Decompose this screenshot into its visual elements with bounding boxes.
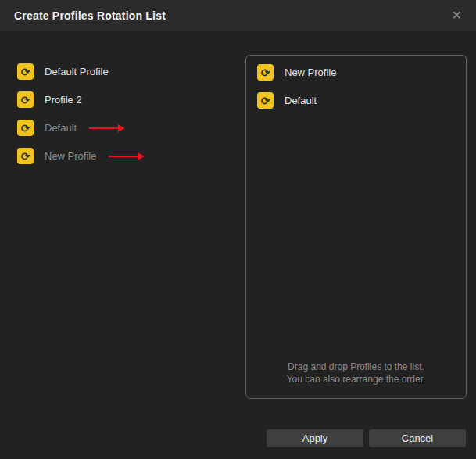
dialog-titlebar: Create Profiles Rotation List ✕ xyxy=(0,0,476,31)
rotation-item-default[interactable]: ⟳ Default xyxy=(257,92,456,109)
profile-item-label: Profile 2 xyxy=(45,94,82,106)
close-icon[interactable]: ✕ xyxy=(452,9,462,22)
dialog-title: Create Profiles Rotation List xyxy=(14,9,166,22)
profile-item-label: Default Profile xyxy=(45,66,109,77)
profile-item-profile-2[interactable]: ⟳ Profile 2 xyxy=(17,91,236,108)
drag-drop-hint: Drag and drop Profiles to the list. You … xyxy=(246,360,466,385)
profile-rotate-icon: ⟳ xyxy=(17,63,34,80)
rotation-item-label: New Profile xyxy=(285,66,336,78)
red-arrow-icon xyxy=(109,156,138,157)
available-profiles-list: ⟳ Default Profile ⟳ Profile 2 ⟳ Default … xyxy=(17,63,236,176)
rotation-item-label: Default xyxy=(285,95,317,106)
profile-item-label: New Profile xyxy=(45,150,96,162)
rotate-glyph: ⟳ xyxy=(261,67,270,78)
profile-rotate-icon: ⟳ xyxy=(17,120,34,136)
red-arrow-icon xyxy=(89,127,119,129)
rotate-glyph: ⟳ xyxy=(21,123,30,134)
rotate-glyph: ⟳ xyxy=(261,95,270,106)
hint-line-1: Drag and drop Profiles to the list. xyxy=(246,360,466,373)
profile-rotate-icon: ⟳ xyxy=(17,91,34,108)
rotation-list-panel[interactable]: ⟳ New Profile ⟳ Default Drag and drop Pr… xyxy=(245,55,467,399)
rotation-list-items: ⟳ New Profile ⟳ Default xyxy=(246,56,466,109)
profile-item-default[interactable]: ⟳ Default xyxy=(17,120,236,136)
hint-line-2: You can also rearrange the order. xyxy=(246,373,466,385)
rotation-item-new-profile[interactable]: ⟳ New Profile xyxy=(257,64,456,81)
profile-rotate-icon: ⟳ xyxy=(257,92,274,109)
profile-item-label: Default xyxy=(45,122,77,134)
cancel-button[interactable]: Cancel xyxy=(369,429,466,447)
create-profiles-rotation-dialog: Create Profiles Rotation List ✕ ⟳ Defaul… xyxy=(0,0,476,459)
dialog-body: ⟳ Default Profile ⟳ Profile 2 ⟳ Default … xyxy=(0,31,476,459)
apply-button[interactable]: Apply xyxy=(267,429,363,447)
profile-item-new-profile[interactable]: ⟳ New Profile xyxy=(17,148,236,164)
profile-rotate-icon: ⟳ xyxy=(257,64,274,81)
profile-rotate-icon: ⟳ xyxy=(17,148,34,164)
rotate-glyph: ⟳ xyxy=(21,95,30,106)
dialog-button-row: Apply Cancel xyxy=(267,429,466,447)
profile-item-default-profile[interactable]: ⟳ Default Profile xyxy=(17,63,236,80)
rotate-glyph: ⟳ xyxy=(21,66,30,77)
rotate-glyph: ⟳ xyxy=(21,151,30,162)
